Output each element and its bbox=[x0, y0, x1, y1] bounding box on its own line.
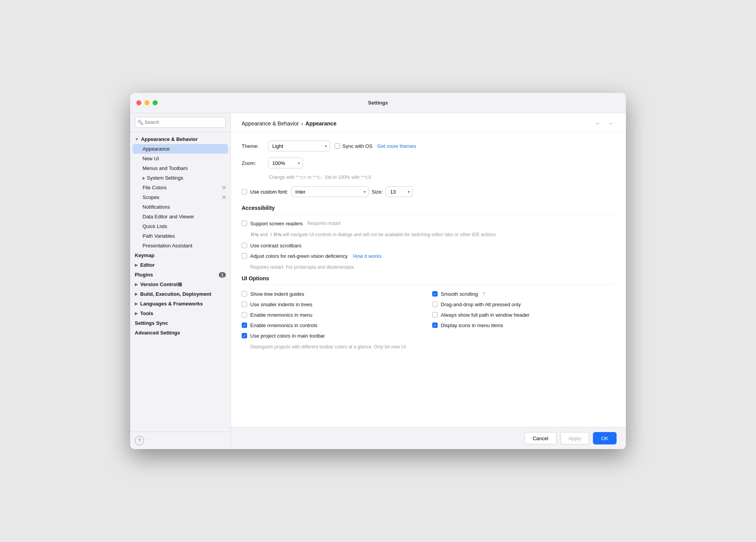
sidebar-item-label: Build, Execution, Deployment bbox=[140, 291, 211, 297]
main-body: Theme: Light Dark High Contrast ▾ Sync w… bbox=[231, 133, 626, 427]
ok-button[interactable]: OK bbox=[593, 432, 617, 444]
sidebar-item-plugins[interactable]: Plugins 1 bbox=[130, 270, 230, 280]
sidebar-item-tools[interactable]: ▶ Tools bbox=[130, 309, 230, 318]
mnemonics-controls-checkbox[interactable]: ✓ bbox=[242, 322, 247, 328]
window-title: Settings bbox=[368, 100, 388, 106]
smooth-scrolling-help-icon[interactable]: ? bbox=[483, 291, 485, 297]
sidebar-item-quick-lists[interactable]: Quick Lists bbox=[130, 221, 230, 231]
sidebar-item-settings-sync[interactable]: Settings Sync bbox=[130, 318, 230, 328]
zoom-select-wrap: 75% 100% 125% 150% ▾ bbox=[268, 158, 303, 168]
search-icon: 🔍 bbox=[137, 120, 143, 125]
grid-icon: ⊞ bbox=[178, 281, 182, 287]
drag-drop-checkbox[interactable] bbox=[432, 302, 438, 307]
window-controls bbox=[136, 100, 158, 105]
contrast-scrollbars-checkbox[interactable] bbox=[242, 243, 247, 248]
sync-os-wrap: Sync with OS bbox=[335, 143, 373, 149]
sidebar-item-label: Presentation Assistant bbox=[143, 243, 192, 249]
sidebar-item-path-variables[interactable]: Path Variables bbox=[130, 231, 230, 241]
sidebar-item-new-ui[interactable]: New UI bbox=[130, 154, 230, 163]
sidebar-item-label: New UI bbox=[143, 156, 159, 161]
sidebar-item-scopes[interactable]: Scopes ⊞ bbox=[130, 192, 230, 202]
apply-button[interactable]: Apply bbox=[560, 432, 589, 444]
color-deficiency-checkbox[interactable] bbox=[242, 253, 247, 259]
close-button[interactable] bbox=[136, 100, 141, 105]
sidebar-item-editor[interactable]: ▶ Editor bbox=[130, 260, 230, 270]
sidebar-item-menus-toolbars[interactable]: Menus and Toolbars bbox=[130, 163, 230, 173]
mnemonics-menu-label: Enable mnemonics in menu bbox=[250, 312, 312, 318]
smooth-scrolling-checkbox[interactable]: ✓ bbox=[432, 291, 438, 297]
chevron-right-icon: ▶ bbox=[135, 263, 138, 267]
sidebar-item-presentation-assistant[interactable]: Presentation Assistant bbox=[130, 241, 230, 250]
accessibility-header: Accessibility bbox=[242, 205, 615, 214]
sidebar-item-label: Appearance bbox=[143, 146, 170, 152]
theme-select[interactable]: Light Dark High Contrast bbox=[268, 141, 330, 151]
sidebar-item-file-colors[interactable]: File Colors ⊞ bbox=[130, 183, 230, 192]
screen-readers-checkbox[interactable] bbox=[242, 221, 247, 226]
font-select[interactable]: Inter bbox=[291, 186, 369, 197]
breadcrumb-separator: › bbox=[301, 120, 303, 127]
sidebar-item-label: Plugins bbox=[135, 272, 153, 278]
sidebar-item-label: Languages & Frameworks bbox=[140, 301, 203, 307]
display-icons-label: Display icons in menu items bbox=[441, 322, 503, 328]
chevron-right-icon: ▶ bbox=[143, 176, 145, 180]
how-it-works-link[interactable]: How it works bbox=[353, 253, 381, 259]
sidebar-item-label: Data Editor and Viewer bbox=[143, 214, 194, 220]
help-button[interactable]: ? bbox=[135, 436, 144, 445]
sidebar-item-appearance[interactable]: Appearance bbox=[132, 144, 228, 154]
sidebar-item-label: Editor bbox=[140, 262, 155, 268]
sidebar-item-advanced-settings[interactable]: Advanced Settings bbox=[130, 328, 230, 338]
sidebar-item-data-editor[interactable]: Data Editor and Viewer bbox=[130, 212, 230, 221]
forward-button[interactable]: → bbox=[606, 119, 615, 128]
plugins-badge: 1 bbox=[219, 272, 226, 278]
smaller-indents-checkbox[interactable] bbox=[242, 302, 247, 307]
chevron-right-icon: ▶ bbox=[135, 282, 138, 286]
zoom-label: Zoom: bbox=[242, 160, 263, 166]
get-more-themes-link[interactable]: Get more themes bbox=[377, 143, 416, 149]
sidebar-bottom: ? bbox=[130, 432, 230, 449]
tree-indent-checkbox[interactable] bbox=[242, 291, 247, 297]
ui-option-display-icons: ✓ Display icons in menu items bbox=[432, 322, 615, 328]
ui-option-project-colors: ✓ Use project colors in main toolbar bbox=[242, 333, 424, 339]
sidebar-item-label: Keymap bbox=[135, 252, 155, 258]
main-panel: Appearance & Behavior › Appearance ← → T… bbox=[231, 113, 626, 449]
sidebar-item-version-control[interactable]: ▶ Version Control ⊞ bbox=[130, 280, 230, 289]
ui-option-full-path: Always show full path in window header bbox=[432, 312, 615, 318]
mnemonics-menu-checkbox[interactable] bbox=[242, 312, 247, 317]
ui-option-mnemonics-menu: Enable mnemonics in menu bbox=[242, 312, 424, 318]
font-select-wrap: Inter ▾ bbox=[291, 186, 369, 197]
grid-icon: ⊞ bbox=[222, 195, 226, 200]
minimize-button[interactable] bbox=[144, 100, 149, 105]
sidebar-item-languages-frameworks[interactable]: ▶ Languages & Frameworks bbox=[130, 299, 230, 309]
sidebar-item-notifications[interactable]: Notifications bbox=[130, 202, 230, 212]
sidebar-item-label: Settings Sync bbox=[135, 320, 168, 326]
ui-options-header: UI Options bbox=[242, 275, 615, 285]
search-input[interactable] bbox=[135, 117, 226, 128]
display-icons-checkbox[interactable]: ✓ bbox=[432, 322, 438, 328]
custom-font-checkbox[interactable] bbox=[242, 189, 247, 194]
maximize-button[interactable] bbox=[153, 100, 158, 105]
theme-select-wrap: Light Dark High Contrast ▾ bbox=[268, 141, 330, 151]
sync-os-label: Sync with OS bbox=[342, 143, 373, 149]
size-select[interactable]: 13 12 14 16 bbox=[386, 186, 413, 197]
drag-drop-label: Drag-and-drop with Alt pressed only bbox=[441, 302, 521, 307]
chevron-right-icon: ▶ bbox=[135, 292, 138, 296]
mnemonics-controls-label: Enable mnemonics in controls bbox=[250, 322, 317, 328]
sidebar-group-appearance-behavior[interactable]: ▼ Appearance & Behavior bbox=[130, 134, 230, 144]
sidebar-item-label: Quick Lists bbox=[143, 223, 167, 229]
zoom-select[interactable]: 75% 100% 125% 150% bbox=[268, 158, 303, 168]
full-path-checkbox[interactable] bbox=[432, 312, 438, 317]
screen-readers-badge: Requires restart bbox=[308, 221, 340, 226]
sidebar-item-keymap[interactable]: Keymap bbox=[130, 250, 230, 260]
chevron-right-icon: ▶ bbox=[135, 311, 138, 316]
cancel-button[interactable]: Cancel bbox=[524, 432, 556, 444]
screen-readers-row: Support screen readers Requires restart bbox=[242, 221, 615, 226]
sync-os-checkbox[interactable] bbox=[335, 143, 340, 149]
project-colors-checkbox[interactable]: ✓ bbox=[242, 333, 247, 338]
custom-font-label: Use custom font: bbox=[250, 189, 288, 195]
sidebar-item-label: Path Variables bbox=[143, 233, 175, 239]
sidebar-item-system-settings[interactable]: ▶ System Settings bbox=[130, 173, 230, 183]
sidebar-item-build-execution[interactable]: ▶ Build, Execution, Deployment bbox=[130, 289, 230, 299]
back-button[interactable]: ← bbox=[593, 119, 603, 128]
contrast-scrollbars-row: Use contrast scrollbars bbox=[242, 243, 615, 249]
full-path-label: Always show full path in window header bbox=[441, 312, 529, 318]
